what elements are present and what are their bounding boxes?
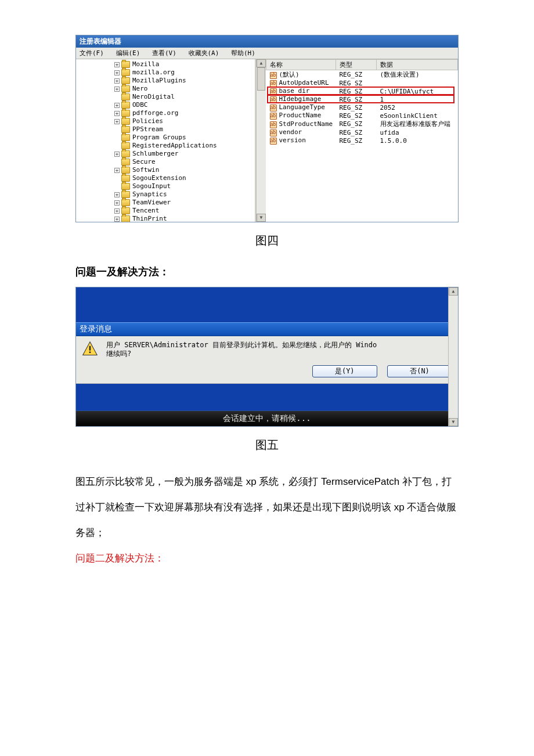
folder-icon: [121, 126, 130, 133]
expand-icon[interactable]: [114, 200, 120, 206]
col-data[interactable]: 数据: [377, 60, 458, 70]
tree-leaf-icon: [114, 95, 120, 100]
string-value-icon: ab: [270, 113, 277, 120]
section2-heading: 问题二及解决方法：: [75, 546, 459, 571]
folder-icon: [121, 215, 130, 222]
tree-scrollbar[interactable]: ▲ ▼: [256, 59, 266, 222]
string-value-icon: ab: [270, 121, 277, 128]
tree-label: Tencent: [132, 207, 159, 215]
no-button[interactable]: 否(N): [387, 365, 452, 377]
col-type[interactable]: 类型: [336, 60, 377, 70]
tree-node[interactable]: Tencent: [80, 207, 255, 215]
tree-node[interactable]: Nero: [80, 85, 255, 93]
regedit-tree[interactable]: Mozillamozilla.orgMozillaPluginsNeroNero…: [76, 59, 256, 222]
tree-node[interactable]: Schlumberger: [80, 150, 255, 158]
value-data: 2052: [377, 103, 458, 111]
remote-bg-top: [76, 287, 458, 322]
tree-label: PPStream: [132, 125, 163, 134]
tree-node[interactable]: mozilla.org: [80, 69, 255, 77]
tree-label: NeroDigital: [132, 93, 175, 101]
tree-node[interactable]: MozillaPlugins: [80, 77, 255, 85]
value-type: REG_SZ: [336, 70, 377, 80]
tree-leaf-icon: [114, 176, 120, 181]
regedit-menubar: 文件(F) 编辑(E) 查看(V) 收藏夹(A) 帮助(H): [76, 48, 458, 59]
value-row[interactable]: abProductNameREG_SZeSoonlinkClient: [266, 111, 458, 120]
expand-icon[interactable]: [114, 192, 120, 197]
tree-leaf-icon: [114, 127, 120, 132]
scroll-thumb[interactable]: [257, 67, 265, 91]
value-type: REG_SZ: [336, 136, 377, 145]
value-row[interactable]: abvendorREG_SZufida: [266, 128, 458, 136]
value-row[interactable]: abLanguageTypeREG_SZ2052: [266, 103, 458, 111]
tree-leaf-icon: [114, 135, 120, 141]
remote-scroll-down-icon[interactable]: ▼: [449, 418, 458, 426]
expand-icon[interactable]: [114, 62, 120, 67]
value-row[interactable]: abAutoUpdateURLREG_SZ: [266, 79, 458, 87]
menu-help[interactable]: 帮助(H): [231, 49, 255, 57]
tree-node[interactable]: ThinPrint: [80, 215, 255, 222]
tree-label: Program Groups: [132, 134, 186, 142]
value-name: version: [279, 136, 306, 144]
tree-node[interactable]: SogouInput: [80, 182, 255, 190]
value-name: ProductName: [279, 111, 322, 119]
value-row[interactable]: abversionREG_SZ1.5.0.0: [266, 136, 458, 145]
regedit-values-pane[interactable]: 名称 类型 数据 ab(默认)REG_SZ(数值未设置)abAutoUpdate…: [266, 59, 458, 222]
yes-button[interactable]: 是(Y): [312, 365, 377, 377]
tree-label: MozillaPlugins: [132, 77, 186, 85]
menu-fav[interactable]: 收藏夹(A): [189, 49, 219, 57]
string-value-icon: ab: [270, 138, 277, 145]
tree-label: SogouInput: [132, 182, 171, 190]
scroll-up-icon[interactable]: ▲: [257, 59, 266, 67]
value-row[interactable]: ab(默认)REG_SZ(数值未设置): [266, 70, 458, 80]
tree-label: ODBC: [132, 101, 148, 109]
scroll-down-icon[interactable]: ▼: [257, 214, 266, 222]
remote-scrollbar[interactable]: ▲ ▼: [448, 287, 458, 426]
expand-icon[interactable]: [114, 103, 120, 108]
menu-view[interactable]: 查看(V): [152, 49, 176, 57]
expand-icon[interactable]: [114, 111, 120, 116]
tree-leaf-icon: [114, 184, 120, 189]
expand-icon[interactable]: [114, 78, 120, 84]
expand-icon[interactable]: [114, 168, 120, 173]
tree-node[interactable]: NeroDigital: [80, 93, 255, 101]
folder-icon: [121, 77, 130, 84]
tree-label: pdfforge.org: [132, 109, 178, 117]
tree-node[interactable]: pdfforge.org: [80, 109, 255, 117]
tree-label: RegisteredApplications: [132, 142, 217, 150]
expand-icon[interactable]: [114, 152, 120, 157]
remote-scroll-up-icon[interactable]: ▲: [449, 287, 458, 296]
tree-node[interactable]: Synaptics: [80, 190, 255, 199]
paragraph-1: 图五所示比较常见，一般为服务器端是 xp 系统，必须打 TermserviceP…: [75, 469, 459, 546]
col-name[interactable]: 名称: [266, 60, 336, 70]
folder-icon: [121, 191, 130, 198]
expand-icon[interactable]: [114, 217, 120, 222]
folder-icon: [121, 199, 130, 206]
expand-icon[interactable]: [114, 87, 120, 92]
tree-node[interactable]: Mozilla: [80, 60, 255, 69]
folder-icon: [121, 102, 130, 109]
value-row[interactable]: abbase_dirREG_SZC:\UFIDA\ufyct: [266, 87, 458, 95]
tree-node[interactable]: ODBC: [80, 101, 255, 109]
value-row[interactable]: abStdProductNameREG_SZ用友远程通标准版客户端: [266, 120, 458, 128]
tree-node[interactable]: Policies: [80, 117, 255, 125]
expand-icon[interactable]: [114, 119, 120, 124]
tree-node[interactable]: Program Groups: [80, 134, 255, 142]
menu-edit[interactable]: 编辑(E): [116, 49, 140, 57]
tree-label: Schlumberger: [132, 150, 178, 158]
tree-node[interactable]: Softwin: [80, 166, 255, 174]
folder-icon: [121, 167, 130, 174]
tree-node[interactable]: Secure: [80, 158, 255, 166]
expand-icon[interactable]: [114, 70, 120, 75]
tree-node[interactable]: SogouExtension: [80, 174, 255, 182]
login-message-title: 登录消息: [76, 322, 458, 336]
login-message-body: 用户 SERVER\Administrator 目前登录到此计算机。如果您继续，…: [76, 336, 458, 363]
tree-node[interactable]: PPStream: [80, 125, 255, 134]
folder-icon: [121, 142, 130, 149]
expand-icon[interactable]: [114, 208, 120, 214]
value-row[interactable]: abHIdebgimageREG_SZ1: [266, 95, 458, 103]
tree-node[interactable]: RegisteredApplications: [80, 142, 255, 150]
folder-icon: [121, 207, 130, 214]
tree-node[interactable]: TeamViewer: [80, 199, 255, 207]
menu-file[interactable]: 文件(F): [80, 49, 104, 57]
warning-icon: [82, 341, 98, 357]
